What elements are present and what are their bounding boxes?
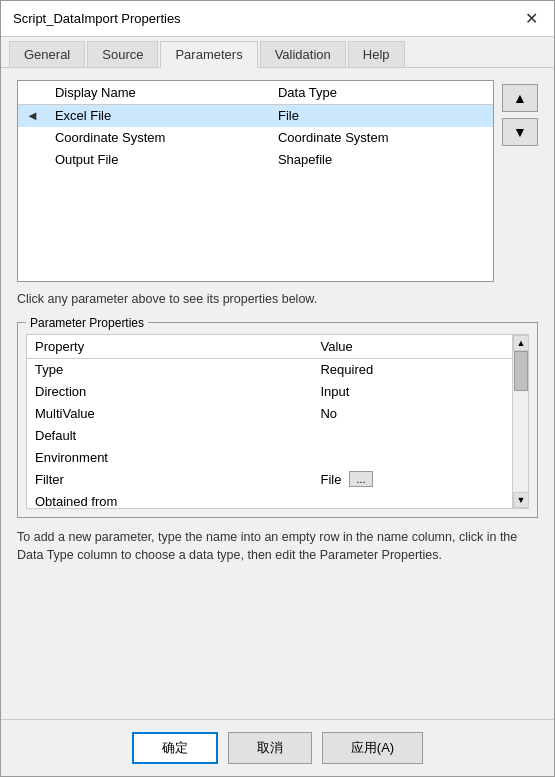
- tab-bar: General Source Parameters Validation Hel…: [1, 37, 554, 68]
- row-name: Excel File: [47, 105, 270, 127]
- table-row-empty[interactable]: [18, 215, 493, 237]
- props-row[interactable]: Type Required: [27, 358, 512, 380]
- row-indicator: ◄: [18, 105, 47, 127]
- filter-ellipsis-button[interactable]: ...: [349, 471, 372, 487]
- scroll-thumb: [514, 351, 528, 391]
- prop-name: Direction: [27, 380, 312, 402]
- cancel-button[interactable]: 取消: [228, 732, 312, 764]
- row-type: Coordinate System: [270, 127, 493, 149]
- scroll-down-button[interactable]: ▼: [513, 492, 529, 508]
- props-col-value: Value: [312, 335, 512, 359]
- prop-name: Environment: [27, 446, 312, 468]
- col-indicator: [18, 81, 47, 105]
- prop-name: Default: [27, 424, 312, 446]
- col-data-type: Data Type: [270, 81, 493, 105]
- row-indicator: [18, 149, 47, 171]
- table-row[interactable]: Output File Shapefile: [18, 149, 493, 171]
- prop-value: Required: [312, 358, 512, 380]
- prop-name: Type: [27, 358, 312, 380]
- row-type: Shapefile: [270, 149, 493, 171]
- props-row[interactable]: Environment: [27, 446, 512, 468]
- row-name: Coordinate System: [47, 127, 270, 149]
- param-properties-group: Parameter Properties Property Value Type: [17, 316, 538, 518]
- prop-value: [312, 446, 512, 468]
- row-type: File: [270, 105, 493, 127]
- tab-help[interactable]: Help: [348, 41, 405, 67]
- prop-value: Input: [312, 380, 512, 402]
- row-name: Output File: [47, 149, 270, 171]
- apply-button[interactable]: 应用(A): [322, 732, 423, 764]
- prop-value: [312, 490, 512, 508]
- scroll-up-button[interactable]: ▲: [513, 335, 529, 351]
- prop-name: Filter: [27, 468, 312, 490]
- tab-validation[interactable]: Validation: [260, 41, 346, 67]
- table-row[interactable]: Coordinate System Coordinate System: [18, 127, 493, 149]
- col-display-name: Display Name: [47, 81, 270, 105]
- dialog-title: Script_DataImport Properties: [13, 11, 181, 26]
- prop-value: [312, 424, 512, 446]
- row-indicator: [18, 127, 47, 149]
- ok-button[interactable]: 确定: [132, 732, 218, 764]
- add-param-text: To add a new parameter, type the name in…: [17, 528, 538, 566]
- table-row-empty[interactable]: [18, 171, 493, 193]
- close-button[interactable]: ✕: [521, 11, 542, 27]
- props-row[interactable]: Direction Input: [27, 380, 512, 402]
- param-properties-legend: Parameter Properties: [26, 316, 148, 330]
- tab-parameters[interactable]: Parameters: [160, 41, 257, 68]
- props-row-filter[interactable]: Filter File ...: [27, 468, 512, 490]
- tab-general[interactable]: General: [9, 41, 85, 67]
- prop-value: File ...: [312, 468, 512, 490]
- table-row[interactable]: ◄ Excel File File: [18, 105, 493, 127]
- props-col-property: Property: [27, 335, 312, 359]
- table-row-empty[interactable]: [18, 259, 493, 281]
- prop-name: Obtained from: [27, 490, 312, 508]
- props-row[interactable]: Default: [27, 424, 512, 446]
- tab-source[interactable]: Source: [87, 41, 158, 67]
- props-row[interactable]: MultiValue No: [27, 402, 512, 424]
- move-up-button[interactable]: ▲: [502, 84, 538, 112]
- table-row-empty[interactable]: [18, 193, 493, 215]
- table-row-empty[interactable]: [18, 237, 493, 259]
- prop-name: MultiValue: [27, 402, 312, 424]
- move-down-button[interactable]: ▼: [502, 118, 538, 146]
- hint-text: Click any parameter above to see its pro…: [17, 292, 538, 306]
- prop-value: No: [312, 402, 512, 424]
- props-row[interactable]: Obtained from: [27, 490, 512, 508]
